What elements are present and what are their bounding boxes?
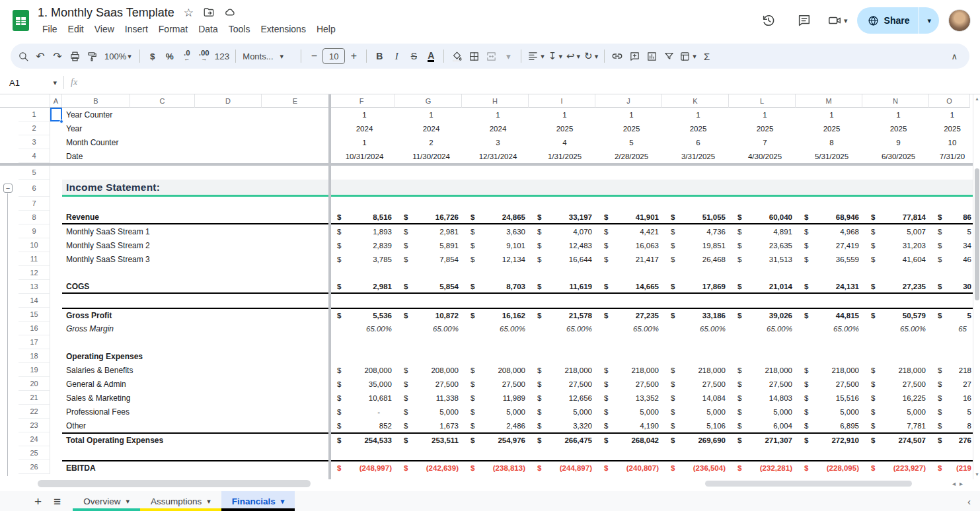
grid-cell[interactable]: 1 xyxy=(798,108,865,121)
star-icon[interactable]: ☆ xyxy=(184,6,194,20)
grid-cell[interactable]: $17,869 xyxy=(665,280,732,294)
row-label[interactable]: Date xyxy=(62,149,328,163)
menu-file[interactable]: File xyxy=(38,22,62,36)
grid-cell[interactable] xyxy=(50,166,62,180)
grid-cell[interactable]: 9 xyxy=(865,135,932,149)
grid-cell[interactable]: 3 xyxy=(465,135,531,149)
grid-cell[interactable]: $254,976 xyxy=(465,432,531,446)
grid-cell[interactable]: 65.00% xyxy=(665,322,732,335)
grid-cell[interactable]: $269,690 xyxy=(665,432,732,446)
grid-cell[interactable]: $24,865 xyxy=(465,211,531,224)
grid-cell[interactable] xyxy=(50,280,62,294)
bold-button[interactable]: B xyxy=(371,48,388,65)
grid-cell[interactable]: $2,981 xyxy=(331,280,398,294)
italic-button[interactable]: I xyxy=(388,48,405,65)
grid-cell[interactable]: $4,421 xyxy=(598,224,665,238)
print-button[interactable] xyxy=(66,48,83,65)
menu-edit[interactable]: Edit xyxy=(63,22,89,36)
grid-cell[interactable]: $41,604 xyxy=(865,252,932,266)
grid-cell[interactable]: 65.00% xyxy=(865,322,932,335)
row-header-14[interactable]: 14 xyxy=(19,294,50,308)
grid-cell[interactable]: $5,000 xyxy=(598,405,665,419)
column-header-M[interactable]: M xyxy=(796,94,862,108)
row-label[interactable]: COGS xyxy=(62,280,328,294)
add-sheet-button[interactable]: + xyxy=(34,495,42,508)
grid-cell[interactable]: $4,891 xyxy=(732,224,798,238)
grid-cell[interactable]: $16 xyxy=(932,391,973,405)
text-wrap-button[interactable]: ↩▾ xyxy=(564,48,582,65)
grid-cell[interactable]: $276 xyxy=(932,432,973,446)
menu-view[interactable]: View xyxy=(90,22,119,36)
merge-cells-dropdown[interactable]: ▾ xyxy=(500,48,517,65)
grid-cell[interactable]: $254,533 xyxy=(331,432,398,446)
grid-cell[interactable]: 2 xyxy=(398,135,465,149)
grid-cell[interactable]: 2/28/2025 xyxy=(598,149,665,163)
grid-cell[interactable] xyxy=(62,335,973,349)
grid-cell[interactable]: $- xyxy=(331,405,398,419)
grid-cell[interactable]: 1 xyxy=(331,135,398,149)
grid-cell[interactable]: $51,055 xyxy=(665,211,732,224)
horizontal-scroll-thumb-left[interactable] xyxy=(38,480,311,487)
grid-cell[interactable]: $(228,095) xyxy=(798,460,865,474)
column-header-L[interactable]: L xyxy=(729,94,796,108)
grid-cell[interactable]: $77,814 xyxy=(865,211,932,224)
grid-cell[interactable]: $27,500 xyxy=(465,377,531,391)
grid-cell[interactable]: $218,000 xyxy=(865,363,932,377)
column-header-O[interactable]: O xyxy=(929,94,970,108)
grid-cell[interactable]: $1,893 xyxy=(331,224,398,238)
column-header-G[interactable]: G xyxy=(395,94,462,108)
row-header-13[interactable]: 13 xyxy=(19,280,50,294)
tab-financials[interactable]: Financials▾ xyxy=(221,491,295,511)
grid-cell[interactable] xyxy=(50,197,62,211)
column-header-E[interactable]: E xyxy=(262,94,328,108)
row-label[interactable]: Month Counter xyxy=(62,135,328,149)
grid-cell[interactable]: $(238,813) xyxy=(465,460,531,474)
grid-cell[interactable]: 2025 xyxy=(531,121,598,135)
grid-cell[interactable]: $5,000 xyxy=(665,405,732,419)
row-label[interactable]: Revenue xyxy=(62,211,328,224)
collapse-side-icon[interactable]: ‹ xyxy=(967,491,980,511)
zoom-select[interactable]: 100%▾ xyxy=(100,51,135,61)
grid-cell[interactable]: $5,854 xyxy=(398,280,465,294)
grid-cell[interactable]: $19,851 xyxy=(665,238,732,252)
grid-cell[interactable]: $27,500 xyxy=(398,377,465,391)
grid-cell[interactable]: $274,507 xyxy=(865,432,932,446)
grid-cell[interactable]: $26,468 xyxy=(665,252,732,266)
grid-cell[interactable] xyxy=(50,405,62,419)
grid-cell[interactable]: 6 xyxy=(665,135,732,149)
row-header-4[interactable]: 4 xyxy=(19,149,50,163)
grid-cell[interactable]: $11,619 xyxy=(531,280,598,294)
grid-cell[interactable]: $272,910 xyxy=(798,432,865,446)
grid-cell[interactable]: $8,703 xyxy=(465,280,531,294)
frozen-rows-divider[interactable] xyxy=(0,163,973,166)
grid-cell[interactable]: 65.00% xyxy=(331,322,398,335)
increase-decimal-button[interactable]: .00→ xyxy=(196,48,213,65)
grid-cell[interactable]: $27,419 xyxy=(798,238,865,252)
grid-cell[interactable]: $39,026 xyxy=(732,308,798,322)
grid-cell[interactable]: $27,235 xyxy=(865,280,932,294)
grid-cell[interactable] xyxy=(50,349,62,363)
decrease-font-size-button[interactable]: − xyxy=(305,48,322,65)
grid-cell[interactable]: 65.00% xyxy=(732,322,798,335)
grid-cell[interactable] xyxy=(50,238,62,252)
grid-cell[interactable]: $8,516 xyxy=(331,211,398,224)
row-label[interactable]: Monthly SaaS Stream 3 xyxy=(62,252,328,266)
grid-cell[interactable]: $21,578 xyxy=(531,308,598,322)
grid-cell[interactable]: $(248,997) xyxy=(331,460,398,474)
tab-assumptions[interactable]: Assumptions▾ xyxy=(140,491,221,511)
tab-overview[interactable]: Overview▾ xyxy=(73,491,140,511)
grid-cell[interactable]: $4,736 xyxy=(665,224,732,238)
grid-cell[interactable]: $15,516 xyxy=(798,391,865,405)
row-header-20[interactable]: 20 xyxy=(19,377,50,391)
grid-cell[interactable] xyxy=(62,446,973,460)
grid-cell[interactable]: $4,070 xyxy=(531,224,598,238)
grid-cell[interactable] xyxy=(50,149,62,163)
grid-cell[interactable]: 4/30/2025 xyxy=(732,149,798,163)
grid-cell[interactable]: $4,968 xyxy=(798,224,865,238)
sheets-logo-icon[interactable] xyxy=(12,9,30,32)
row-header-19[interactable]: 19 xyxy=(19,363,50,377)
insert-chart-button[interactable] xyxy=(643,48,660,65)
grid-cell[interactable]: $4,190 xyxy=(598,419,665,432)
grid-cell[interactable]: $5,000 xyxy=(732,405,798,419)
grid-cell[interactable]: 2025 xyxy=(798,121,865,135)
